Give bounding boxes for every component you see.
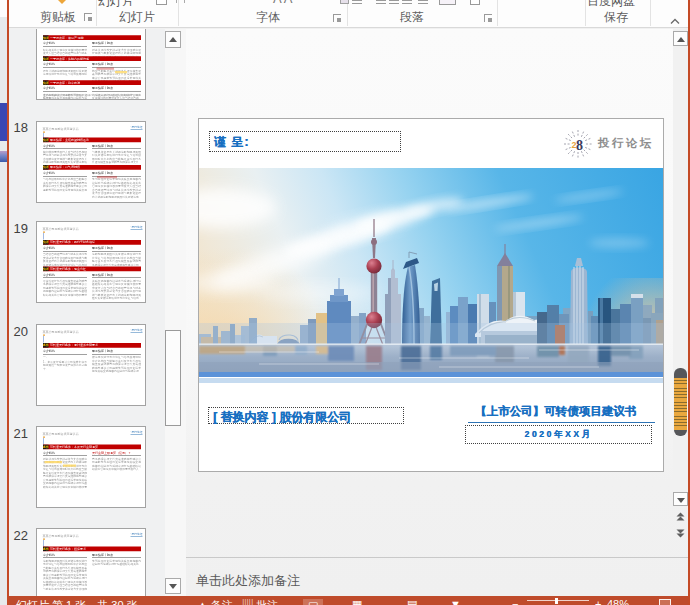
svg-text:8: 8 [576,138,583,153]
